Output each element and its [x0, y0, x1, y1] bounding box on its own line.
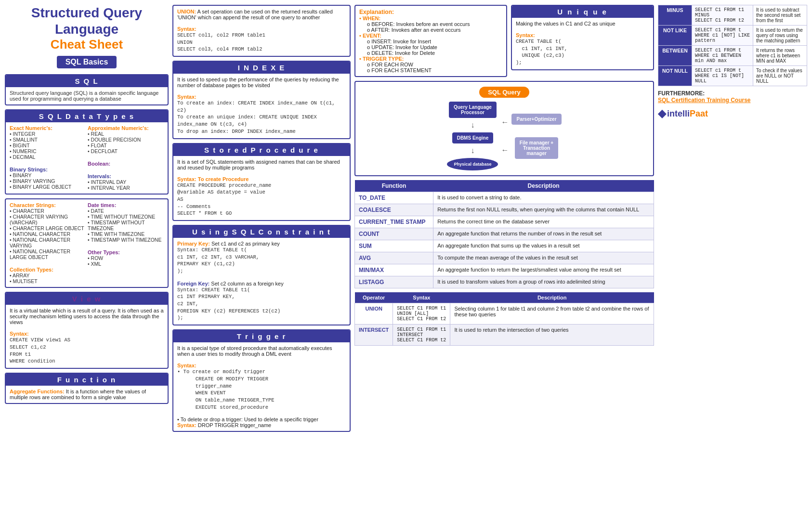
- view-section: V i e w It is a virtual table which is a…: [5, 292, 169, 369]
- extra-op-name: NOT NULL: [658, 66, 692, 86]
- op-table-row: UNION SELECT C1 FROM t1 UNION [ALL] SELE…: [355, 303, 654, 325]
- furthermore-link[interactable]: SQL Certification Training Course: [658, 97, 750, 104]
- unique-box: U n i q u e Making the values in C1 and …: [511, 5, 654, 70]
- func-desc-cell: Returns the correct time on the database…: [433, 216, 654, 228]
- extra-op-row: MINUS SELECT C1 FROM t1 MINUS SELECT C1 …: [658, 5, 807, 26]
- union-syntax-label: Syntax:: [177, 26, 196, 32]
- extra-op-desc: It returns the rows where c1 is between …: [753, 46, 807, 66]
- op-desc-cell: It is used to return the intersection of…: [450, 325, 654, 346]
- functions-table: Function Description TO_DATE It is used …: [354, 180, 654, 288]
- pk-syntax: Syntax: CREATE TABLE t( c1 INT, c2 INT, …: [177, 247, 346, 275]
- datatypes-grid: Exact Numeric's: • INTEGER • SMALLINT • …: [6, 122, 168, 194]
- op-syntax-cell: SELECT C1 FROM t1 INTERSECT SELECT C1 FR…: [393, 325, 450, 346]
- fk-label: Foreign Key:: [177, 281, 210, 286]
- event-label: • EVENT:: [359, 33, 502, 39]
- unique-header: U n i q u e: [512, 6, 653, 18]
- diag-parser: Parser+Optimizer: [511, 114, 561, 125]
- exact-title: Exact Numeric's:: [10, 125, 86, 131]
- binary-item-3: • BINARY LARGE OBJECT: [10, 184, 86, 190]
- extra-op-desc: To check if the values are NULL or NOT N…: [753, 66, 807, 86]
- intellipaat-logo: ◆ intelliPaat: [658, 107, 807, 120]
- func-name-cell: LISTAGG: [355, 276, 433, 288]
- union-desc: UNION: A set operation can be used on th…: [177, 9, 333, 20]
- extra-op-syntax: SELECT c1 FROM t WHERE c1 [NOT] LIKE pat…: [692, 26, 753, 46]
- each-statement: o FOR EACH STATEMENT: [367, 67, 502, 73]
- collection-title: Collection Types:: [10, 267, 86, 273]
- right-column: Explanation: • WHEN: o BEFORE: Invokes b…: [354, 5, 654, 436]
- indexes-syntax-label: Syntax:: [177, 94, 346, 100]
- diag-qlp: Query LanguageProcessor: [449, 102, 497, 118]
- diag-physical-db: Physical database: [447, 158, 498, 170]
- extra-op-row: NOT LIKE SELECT c1 FROM t WHERE c1 [NOT]…: [658, 26, 807, 46]
- far-right-column: MINUS SELECT C1 FROM t1 MINUS SELECT C1 …: [658, 5, 807, 436]
- func-name-cell: MIN/MAX: [355, 264, 433, 276]
- union-section: UNION: A set operation can be used on th…: [172, 5, 351, 57]
- sql-query-badge: SQL Query: [479, 87, 529, 98]
- stored-proc-section: S t o r e d P r o c e d u r e It is a se…: [172, 143, 351, 221]
- func-table-row: TO_DATE It is used to convert a string t…: [355, 192, 654, 204]
- agg-label: Aggregate Functions:: [10, 389, 65, 394]
- update-item: o UPDATE: Invoke for Update: [367, 44, 502, 50]
- view-header: V i e w: [6, 293, 168, 305]
- furthermore-label: FURTHERMORE:: [658, 90, 705, 97]
- op-name-cell: INTERSECT: [355, 325, 393, 346]
- unique-desc: Making the values in C1 and C2 as unique: [516, 21, 649, 26]
- func-desc-cell: It is used to convert a string to date.: [433, 192, 654, 204]
- extra-op-row: BETWEEN SELECT c1 FROM t WHERE c1 BETWEE…: [658, 46, 807, 66]
- exact-item-1: • INTEGER: [10, 131, 86, 137]
- func-name-cell: COUNT: [355, 228, 433, 240]
- func-desc-cell: To compute the mean average of the value…: [433, 252, 654, 264]
- top-right-sections: Explanation: • WHEN: o BEFORE: Invokes b…: [354, 5, 654, 77]
- datatypes-section: S Q L D a t a T y p e s Exact Numeric's:…: [5, 109, 169, 195]
- indexes-section: I N D E X E It is used to speed up the p…: [172, 61, 351, 139]
- union-syntax-code: SELECT col1, col2 FROM table1 UNION SELE…: [177, 32, 265, 52]
- indexes-syntax-line3: To drop an index: DROP INDEX index_name: [177, 128, 346, 135]
- bool-title: Boolean:: [88, 161, 164, 167]
- char-strings-section: Character Strings: • CHARACTER • CHARACT…: [5, 198, 169, 288]
- func-table-row: AVG To compute the mean average of the v…: [355, 252, 654, 264]
- sql-constraint-header: U s i n g S Q L C o n s t r a i n t: [173, 226, 350, 238]
- binary-title: Binary Strings:: [10, 167, 86, 172]
- page-subtitle: Cheat Sheet: [5, 37, 169, 52]
- exact-item-5: • DECIMAL: [10, 154, 86, 160]
- sql-constraint-section: U s i n g S Q L C o n s t r a i n t Prim…: [172, 225, 351, 325]
- arrow-down-1: ↓: [471, 121, 474, 130]
- title-section: Structured Query Language Cheat Sheet SQ…: [5, 5, 169, 70]
- exact-item-4: • NUMERIC: [10, 148, 86, 154]
- func-table-row: MIN/MAX An aggregate function to return …: [355, 264, 654, 276]
- trigger-header: T r i g g e r: [173, 330, 350, 342]
- func-name-cell: TO_DATE: [355, 192, 433, 204]
- func-name-cell: AVG: [355, 252, 433, 264]
- extra-op-syntax: SELECT c1 FROM t WHERE c1 BETWEEN min AN…: [692, 46, 753, 66]
- func-desc-cell: An aggregate function that sums up the v…: [433, 240, 654, 252]
- indexes-desc: It is used to speed up the performance o…: [177, 77, 346, 88]
- operators-table: Operator Syntax Description UNION SELECT…: [354, 292, 654, 346]
- fk-desc: Set c2 column as a foreign key: [211, 281, 283, 286]
- diag-dbms: DBMS Engine: [452, 132, 494, 143]
- func-table-row: COALESCE Returns the first non NULL resu…: [355, 204, 654, 216]
- indexes-syntax-line2: To create an unique index: CREATE UNIQUE…: [177, 114, 346, 128]
- approx-title: Approximate Numeric's:: [88, 125, 164, 131]
- after-item: o AFTER: Invokes after an event occurs: [367, 27, 502, 33]
- approx-item-2: • DOUBLE PRECISION: [88, 137, 164, 143]
- op-table-row: INTERSECT SELECT C1 FROM t1 INTERSECT SE…: [355, 325, 654, 346]
- extra-op-desc: It is used to subtract the second result…: [753, 5, 807, 26]
- sql-basics-badge: SQL Basics: [57, 56, 117, 68]
- trigger-body: It is a special type of stored procedure…: [173, 342, 350, 431]
- func-table-row: LISTAGG It is used to transform values f…: [355, 276, 654, 288]
- before-item: o BEFORE: Invokes before an event occurs: [367, 21, 502, 27]
- extra-op-name: BETWEEN: [658, 46, 692, 66]
- extra-op-syntax: SELECT C1 FROM t1 MINUS SELECT C1 FROM t…: [692, 5, 753, 26]
- explanation-box: Explanation: • WHEN: o BEFORE: Invokes b…: [354, 5, 507, 77]
- func-table-row: SUM An aggregate function that sums up t…: [355, 240, 654, 252]
- exact-numeric-col: Exact Numeric's: • INTEGER • SMALLINT • …: [10, 125, 86, 191]
- op-syntax-cell: SELECT C1 FROM t1 UNION [ALL] SELECT C1 …: [393, 303, 450, 325]
- extra-op-name: NOT LIKE: [658, 26, 692, 46]
- sql-body: Structured query language (SQL) is a dom…: [6, 87, 168, 104]
- arrow-down-2: ↓: [471, 146, 474, 155]
- approx-item-4: • DECFLOAT: [88, 148, 164, 154]
- unique-body: Making the values in C1 and C2 as unique…: [512, 18, 653, 69]
- binary-item-1: • BINARY: [10, 172, 86, 178]
- main-container: Structured Query Language Cheat Sheet SQ…: [0, 0, 812, 441]
- indexes-syntax-line1: To create an index: CREATE INDEX index_n…: [177, 100, 346, 114]
